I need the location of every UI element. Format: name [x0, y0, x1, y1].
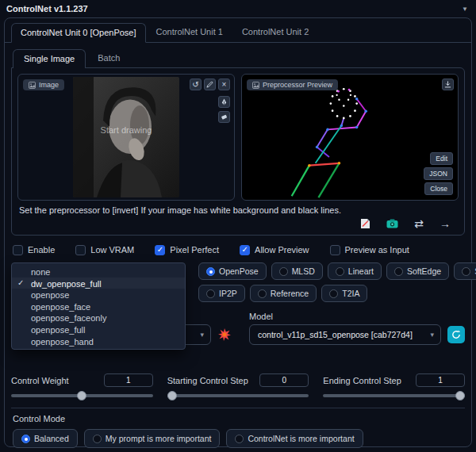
control-type-scribble[interactable]: Scribble [454, 262, 476, 280]
check-icon: ✓ [17, 278, 24, 287]
picture-icon [29, 82, 36, 89]
slider-handle[interactable] [455, 391, 465, 400]
radio-icon [394, 267, 403, 276]
preview-chip: Preprocessor Preview [247, 79, 338, 90]
control-type-row-2: IP2P Reference T2IA [198, 285, 465, 302]
extension-title: ControlNet v1.1.237 [6, 4, 88, 13]
refresh-models-icon[interactable] [447, 326, 465, 343]
control-mode-controlnet-important[interactable]: ControlNet is more important [226, 429, 363, 448]
checkbox-enable[interactable]: Enable [13, 245, 55, 255]
clear-image-icon[interactable]: × [218, 79, 230, 90]
control-type-t2ia[interactable]: T2IA [321, 285, 367, 302]
control-mode-prompt-important[interactable]: My prompt is more important [84, 429, 221, 448]
radio-icon [462, 267, 470, 276]
model-label: Model [249, 312, 465, 321]
checkbox-label: Enable [28, 245, 55, 255]
input-image-panel[interactable]: Image [17, 74, 235, 201]
image-chip-label: Image [39, 81, 59, 89]
radio-icon [329, 289, 338, 298]
dropdown-option-none[interactable]: none [12, 266, 185, 278]
control-mode-label: Control Mode [11, 414, 465, 423]
run-preprocessor-button[interactable] [218, 328, 231, 341]
control-type-openpose[interactable]: OpenPose [198, 262, 267, 280]
checkbox-label: Allow Preview [255, 245, 309, 255]
slider-handle[interactable] [77, 391, 86, 400]
checkbox-label: Low VRAM [90, 245, 134, 255]
controlnet-panel: ControlNet Unit 0 [OpenPose] ControlNet … [4, 17, 472, 447]
eraser-icon[interactable] [218, 111, 230, 123]
collapse-chevron-icon[interactable]: ▼ [462, 6, 468, 13]
checkbox-pixel-perfect[interactable]: Pixel Perfect [155, 245, 219, 255]
control-type-lineart[interactable]: Lineart [328, 262, 382, 280]
slider-label: Control Weight [11, 376, 69, 385]
new-canvas-icon[interactable] [360, 218, 370, 229]
options-row: Enable Low VRAM Pixel Perfect Allow Prev… [11, 243, 465, 256]
control-mode-option-label: ControlNet is more important [248, 434, 354, 443]
mode-tabbar: Single Image Batch [11, 49, 465, 67]
control-weight-value[interactable]: 1 [104, 373, 153, 387]
dropdown-option-openpose-hand[interactable]: openpose_hand [12, 335, 185, 347]
model-select[interactable]: control_v11p_sd15_openpose [cab727d4] ▾ [249, 324, 441, 345]
ending-step-value[interactable]: 1 [416, 373, 465, 387]
checkbox-box [240, 245, 250, 255]
checkbox-allow-preview[interactable]: Allow Preview [240, 245, 309, 255]
tab-unit-0[interactable]: ControlNet Unit 0 [OpenPose] [11, 23, 146, 43]
dropdown-option-dw-openpose-full[interactable]: ✓ dw_openpose_full [12, 278, 185, 289]
control-type-label: MLSD [292, 266, 315, 276]
control-type-label: IP2P [219, 289, 237, 298]
chevron-down-icon: ▾ [200, 331, 204, 339]
control-type-label: SoftEdge [407, 266, 441, 276]
dropdown-option-openpose-faceonly[interactable]: openpose_faceonly [12, 312, 185, 324]
dropdown-option-openpose[interactable]: openpose [12, 289, 185, 301]
model-value: control_v11p_sd15_openpose [cab727d4] [258, 330, 413, 339]
edit-pose-button[interactable]: Edit [430, 152, 453, 165]
checkbox-label: Pixel Perfect [170, 245, 219, 255]
tab-unit-1[interactable]: ControlNet Unit 1 [148, 23, 232, 42]
json-pose-button[interactable]: JSON [424, 167, 453, 180]
mirror-swap-icon[interactable]: ⇄ [414, 218, 424, 229]
starting-step-value[interactable]: 0 [259, 373, 309, 387]
checkbox-box [75, 245, 86, 255]
dropdown-option-openpose-face[interactable]: openpose_face [12, 301, 185, 312]
slider-label: Starting Control Step [167, 376, 248, 385]
radio-icon [336, 267, 344, 276]
control-weight-slider[interactable] [11, 394, 153, 397]
control-type-reference[interactable]: Reference [250, 285, 317, 302]
undo-icon[interactable]: ↺ [190, 79, 202, 90]
send-dimensions-icon[interactable]: → [440, 218, 451, 229]
quick-actions-row: ⇄ → [17, 216, 459, 231]
starting-step-group: Starting Control Step 0 [167, 373, 309, 397]
download-preview-icon[interactable] [442, 79, 454, 90]
dropdown-option-openpose-full[interactable]: openpose_full [12, 324, 185, 335]
control-type-ip2p[interactable]: IP2P [198, 285, 245, 302]
slider-label: Ending Control Step [323, 376, 401, 385]
tab-unit-2[interactable]: ControlNet Unit 2 [233, 23, 317, 42]
checkbox-preview-as-input[interactable]: Preview as Input [330, 245, 409, 255]
checkbox-box [155, 245, 165, 255]
control-mode-balanced[interactable]: Balanced [13, 429, 78, 448]
radio-icon [258, 289, 267, 298]
single-image-section: Image [11, 67, 465, 236]
checkbox-box [13, 245, 23, 255]
control-mode-option-label: My prompt is more important [106, 434, 212, 443]
preprocessor-preview-panel[interactable]: Preprocessor Preview [241, 74, 459, 201]
close-preview-button[interactable]: Close [424, 182, 453, 195]
control-type-mlsd[interactable]: MLSD [271, 262, 323, 280]
ending-step-slider[interactable] [323, 394, 465, 397]
radio-icon [235, 435, 244, 443]
control-type-label: Lineart [348, 266, 374, 276]
unit-tabbar: ControlNet Unit 0 [OpenPose] ControlNet … [5, 18, 471, 43]
edit-pencil-icon[interactable] [204, 79, 216, 90]
radio-icon [279, 267, 288, 276]
control-type-softedge[interactable]: SoftEdge [386, 262, 449, 280]
sliders-row: Control Weight 1 Starting Control Step 0 [11, 373, 465, 397]
checkbox-low-vram[interactable]: Low VRAM [75, 245, 134, 255]
sketch-pen-icon[interactable] [218, 96, 230, 108]
webcam-icon[interactable] [386, 219, 398, 228]
tab-single-image[interactable]: Single Image [13, 49, 86, 68]
section-divider [11, 408, 465, 408]
starting-step-slider[interactable] [167, 394, 309, 397]
slider-handle[interactable] [167, 391, 177, 400]
invert-note: Set the preprocessor to [invert] If your… [17, 205, 459, 215]
tab-batch[interactable]: Batch [87, 49, 130, 67]
